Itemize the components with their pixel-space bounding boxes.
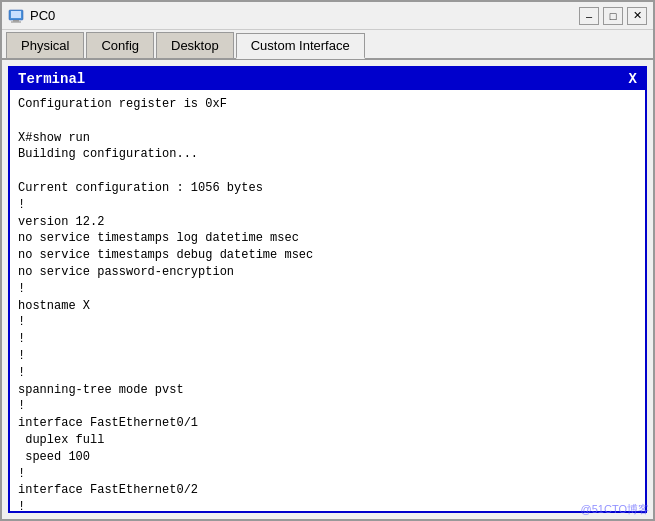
close-button[interactable]: ✕ — [627, 7, 647, 25]
svg-rect-2 — [13, 20, 19, 22]
terminal-container: Terminal X Configuration register is 0xF… — [8, 66, 647, 513]
title-bar-controls: – □ ✕ — [579, 7, 647, 25]
maximize-button[interactable]: □ — [603, 7, 623, 25]
terminal-body[interactable]: Configuration register is 0xF X#show run… — [10, 90, 645, 511]
tab-custom-interface[interactable]: Custom Interface — [236, 33, 365, 59]
terminal-close-button[interactable]: X — [629, 71, 637, 87]
tab-config[interactable]: Config — [86, 32, 154, 58]
main-window: PC0 – □ ✕ Physical Config Desktop Custom… — [0, 0, 655, 521]
window-title: PC0 — [30, 8, 579, 23]
terminal-header: Terminal X — [10, 68, 645, 90]
title-bar: PC0 – □ ✕ — [2, 2, 653, 30]
watermark: @51CTO博客 — [581, 502, 649, 517]
content-area: Terminal X Configuration register is 0xF… — [2, 60, 653, 519]
tab-desktop[interactable]: Desktop — [156, 32, 234, 58]
svg-rect-3 — [11, 21, 21, 22]
tab-physical[interactable]: Physical — [6, 32, 84, 58]
svg-rect-1 — [11, 11, 21, 18]
window-icon — [8, 8, 24, 24]
terminal-title: Terminal — [18, 71, 85, 87]
tab-bar: Physical Config Desktop Custom Interface — [2, 30, 653, 60]
minimize-button[interactable]: – — [579, 7, 599, 25]
